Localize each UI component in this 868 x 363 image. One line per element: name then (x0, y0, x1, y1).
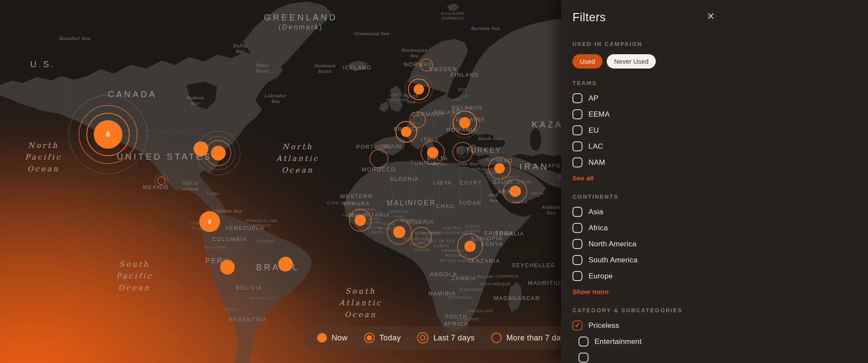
checkbox-nam[interactable]: ✓ NAM (572, 157, 716, 167)
marker-core (393, 226, 405, 238)
checkbox-label: Priceless (589, 321, 619, 330)
section-used-in-campaign: USED IN CAMPAIGN UsedNever Used (572, 41, 716, 69)
checkbox[interactable]: ✓ (572, 109, 582, 119)
dot-ring-marker-icon (364, 333, 375, 343)
marker-core (220, 260, 235, 275)
checkbox[interactable]: ✓ (572, 207, 582, 217)
checkbox-lac[interactable]: ✓ LAC (572, 141, 716, 151)
checkbox-label: EU (589, 126, 599, 135)
checkbox-label: LAC (589, 142, 603, 151)
checkbox[interactable]: ✓ (572, 239, 582, 249)
marker-ring (155, 174, 168, 188)
check-icon: ✓ (575, 321, 580, 329)
continents-list: ✓ Asia ✓ Africa ✓ North America ✓ South … (572, 207, 716, 281)
checkbox[interactable]: ✓ (572, 223, 582, 233)
section-header: CONTINENTS (572, 193, 716, 200)
checkbox-label: South America (589, 256, 638, 265)
marker-ring (411, 227, 432, 248)
checkbox[interactable]: ✓ (572, 125, 582, 135)
campaign-pills: UsedNever Used (572, 54, 716, 69)
section-header: TEAMS (572, 80, 716, 86)
checkbox-label: Asia (589, 208, 603, 216)
checkbox-asia[interactable]: ✓ Asia (572, 207, 716, 217)
section-header: CATEGORY & SUBCATEGORIES (572, 307, 716, 314)
marker-core: 6 (94, 120, 122, 149)
marker-core: 2 (199, 211, 220, 232)
show-more-link[interactable]: Show more (572, 288, 609, 296)
checkbox-label: AP (589, 94, 598, 103)
marker-ring (420, 59, 433, 72)
checkbox[interactable]: ✓ (572, 271, 582, 281)
checkbox-ap[interactable]: ✓ AP (572, 93, 716, 103)
checkbox-label: Entertainment (595, 337, 641, 346)
checkbox-label: NAM (589, 158, 605, 167)
legend-label: Today (379, 334, 401, 343)
filters-panel: Filters ✕ USED IN CAMPAIGN UsedNever Use… (561, 0, 868, 363)
teams-list: ✓ AP ✓ EEMA ✓ EU ✓ LAC ✓ NAM (572, 93, 716, 167)
ring-marker-icon (491, 333, 502, 343)
dot-marker-icon (317, 333, 327, 343)
category-list: ✓ Priceless ✓ Entertainment ✓ (572, 320, 716, 363)
pill-never-used[interactable]: Never Used (607, 54, 656, 69)
checkbox-europe[interactable]: ✓ Europe (572, 271, 716, 281)
world-map[interactable] (0, 0, 573, 363)
section-header: USED IN CAMPAIGN (572, 41, 716, 47)
checkbox[interactable]: ✓ (579, 353, 589, 363)
filters-title: Filters (572, 11, 606, 24)
marker-core (211, 146, 226, 160)
section-continents: CONTINENTS ✓ Asia ✓ Africa ✓ North Ameri… (572, 193, 716, 296)
section-teams: TEAMS ✓ AP ✓ EEMA ✓ EU ✓ LAC ✓ NAM See a… (572, 80, 716, 182)
map-legend: NowTodayLast 7 daysMore than 7 days ago (305, 326, 583, 350)
checkbox-entertainment[interactable]: ✓ Entertainment (579, 337, 716, 347)
checkbox-north-america[interactable]: ✓ North America (572, 239, 716, 249)
checkbox[interactable]: ✓ (572, 255, 582, 265)
checkbox-south-america[interactable]: ✓ South America (572, 255, 716, 265)
geo-map-app: U.S.CANADAUNITED STATESGREENLAND(Denmark… (0, 0, 868, 363)
double-ring-marker-icon (417, 332, 428, 343)
section-category: CATEGORY & SUBCATEGORIES ✓ Priceless ✓ E… (572, 307, 716, 363)
checkbox-eu[interactable]: ✓ EU (572, 125, 716, 135)
checkbox-label: Africa (589, 224, 608, 232)
checkbox[interactable]: ✓ (572, 157, 582, 167)
legend-item-now: Now (317, 333, 348, 343)
checkbox-label: EEMA (589, 110, 610, 119)
legend-item-last-7-days: Last 7 days (417, 332, 474, 343)
marker-core (510, 186, 521, 197)
close-icon[interactable]: ✕ (706, 11, 716, 22)
checkbox-blank[interactable]: ✓ (579, 353, 716, 363)
marker-core (464, 241, 476, 252)
marker-core (427, 147, 438, 158)
pill-used[interactable]: Used (572, 54, 602, 69)
checkbox[interactable]: ✓ (572, 141, 582, 151)
checkbox[interactable]: ✓ (572, 320, 582, 330)
checkbox[interactable]: ✓ (572, 93, 582, 103)
marker-core (278, 257, 293, 271)
marker-ring (369, 149, 388, 168)
see-all-link[interactable]: See all (572, 174, 594, 182)
legend-label: Last 7 days (433, 334, 474, 343)
checkbox-priceless[interactable]: ✓ Priceless (572, 320, 716, 330)
checkbox-eema[interactable]: ✓ EEMA (572, 109, 716, 119)
marker-core (494, 163, 505, 173)
marker-ring (452, 142, 473, 163)
marker-core (414, 84, 424, 95)
checkbox-label: North America (589, 240, 636, 249)
marker-core (401, 127, 411, 137)
legend-item-today: Today (364, 333, 401, 343)
checkbox-africa[interactable]: ✓ Africa (572, 223, 716, 233)
marker-core (355, 215, 366, 226)
checkbox-label: Europe (589, 272, 613, 281)
checkbox[interactable]: ✓ (579, 337, 589, 347)
marker-core (459, 117, 470, 128)
legend-label: Now (332, 334, 348, 343)
